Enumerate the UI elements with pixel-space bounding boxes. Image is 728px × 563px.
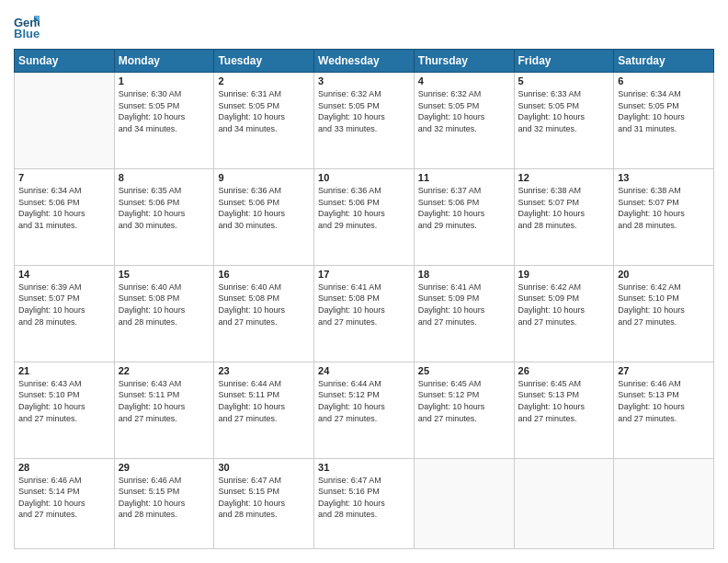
day-cell: 10Sunrise: 6:36 AM Sunset: 5:06 PM Dayli…: [314, 168, 415, 265]
day-number: 25: [418, 365, 510, 376]
day-number: 24: [318, 365, 410, 376]
header-row: SundayMondayTuesdayWednesdayThursdayFrid…: [15, 50, 714, 73]
day-number: 3: [318, 75, 410, 86]
day-cell: 18Sunrise: 6:41 AM Sunset: 5:09 PM Dayli…: [414, 265, 514, 362]
day-cell: 28Sunrise: 6:46 AM Sunset: 5:14 PM Dayli…: [15, 458, 115, 548]
day-header-monday: Monday: [114, 50, 214, 73]
day-info: Sunrise: 6:46 AM Sunset: 5:13 PM Dayligh…: [618, 378, 710, 424]
day-cell: 31Sunrise: 6:47 AM Sunset: 5:16 PM Dayli…: [314, 458, 415, 548]
day-info: Sunrise: 6:43 AM Sunset: 5:11 PM Dayligh…: [119, 378, 210, 424]
day-number: 30: [218, 462, 310, 473]
day-cell: 3Sunrise: 6:32 AM Sunset: 5:05 PM Daylig…: [314, 73, 415, 169]
day-cell: 25Sunrise: 6:45 AM Sunset: 5:12 PM Dayli…: [414, 362, 514, 458]
day-info: Sunrise: 6:44 AM Sunset: 5:11 PM Dayligh…: [218, 378, 310, 424]
logo: General Blue: [14, 14, 43, 40]
day-cell: 16Sunrise: 6:40 AM Sunset: 5:08 PM Dayli…: [214, 265, 314, 362]
day-number: 8: [119, 172, 210, 183]
day-number: 16: [218, 269, 310, 280]
day-info: Sunrise: 6:38 AM Sunset: 5:07 PM Dayligh…: [518, 185, 610, 231]
day-number: 19: [518, 269, 610, 280]
logo-icon: General Blue: [14, 14, 40, 40]
day-info: Sunrise: 6:32 AM Sunset: 5:05 PM Dayligh…: [418, 88, 510, 134]
day-info: Sunrise: 6:46 AM Sunset: 5:15 PM Dayligh…: [119, 475, 210, 521]
day-cell: 21Sunrise: 6:43 AM Sunset: 5:10 PM Dayli…: [15, 362, 115, 458]
day-number: 1: [119, 75, 210, 86]
day-header-thursday: Thursday: [414, 50, 514, 73]
day-header-friday: Friday: [514, 50, 614, 73]
day-cell: 6Sunrise: 6:34 AM Sunset: 5:05 PM Daylig…: [614, 73, 714, 169]
day-number: 29: [119, 462, 210, 473]
day-info: Sunrise: 6:47 AM Sunset: 5:16 PM Dayligh…: [318, 475, 410, 521]
day-number: 27: [618, 365, 710, 376]
day-cell: 8Sunrise: 6:35 AM Sunset: 5:06 PM Daylig…: [114, 168, 214, 265]
day-cell: 2Sunrise: 6:31 AM Sunset: 5:05 PM Daylig…: [214, 73, 314, 169]
day-info: Sunrise: 6:41 AM Sunset: 5:09 PM Dayligh…: [418, 282, 510, 327]
day-number: 4: [418, 75, 510, 86]
day-number: 9: [218, 172, 310, 183]
day-number: 26: [518, 365, 610, 376]
day-header-tuesday: Tuesday: [214, 50, 314, 73]
day-cell: 1Sunrise: 6:30 AM Sunset: 5:05 PM Daylig…: [114, 73, 214, 169]
day-info: Sunrise: 6:32 AM Sunset: 5:05 PM Dayligh…: [318, 88, 410, 134]
day-number: 6: [618, 75, 710, 86]
day-cell: [614, 458, 714, 548]
day-info: Sunrise: 6:30 AM Sunset: 5:05 PM Dayligh…: [119, 88, 210, 134]
header: General Blue: [14, 14, 714, 40]
day-info: Sunrise: 6:45 AM Sunset: 5:13 PM Dayligh…: [518, 378, 610, 424]
day-info: Sunrise: 6:35 AM Sunset: 5:06 PM Dayligh…: [119, 185, 210, 231]
day-cell: 30Sunrise: 6:47 AM Sunset: 5:15 PM Dayli…: [214, 458, 314, 548]
day-cell: 14Sunrise: 6:39 AM Sunset: 5:07 PM Dayli…: [15, 265, 115, 362]
day-info: Sunrise: 6:33 AM Sunset: 5:05 PM Dayligh…: [518, 88, 610, 134]
day-number: 28: [18, 462, 110, 473]
day-info: Sunrise: 6:44 AM Sunset: 5:12 PM Dayligh…: [318, 378, 410, 424]
day-cell: 12Sunrise: 6:38 AM Sunset: 5:07 PM Dayli…: [514, 168, 614, 265]
day-number: 11: [418, 172, 510, 183]
week-row-2: 7Sunrise: 6:34 AM Sunset: 5:06 PM Daylig…: [15, 168, 714, 265]
day-cell: 11Sunrise: 6:37 AM Sunset: 5:06 PM Dayli…: [414, 168, 514, 265]
day-header-wednesday: Wednesday: [314, 50, 415, 73]
day-number: 22: [119, 365, 210, 376]
day-number: 31: [318, 462, 410, 473]
day-info: Sunrise: 6:46 AM Sunset: 5:14 PM Dayligh…: [18, 475, 110, 521]
day-cell: 22Sunrise: 6:43 AM Sunset: 5:11 PM Dayli…: [114, 362, 214, 458]
day-cell: 4Sunrise: 6:32 AM Sunset: 5:05 PM Daylig…: [414, 73, 514, 169]
day-number: 10: [318, 172, 410, 183]
day-number: 7: [18, 172, 110, 183]
day-cell: 26Sunrise: 6:45 AM Sunset: 5:13 PM Dayli…: [514, 362, 614, 458]
day-number: 15: [119, 269, 210, 280]
day-cell: [414, 458, 514, 548]
day-header-saturday: Saturday: [614, 50, 714, 73]
day-cell: 20Sunrise: 6:42 AM Sunset: 5:10 PM Dayli…: [614, 265, 714, 362]
day-cell: 13Sunrise: 6:38 AM Sunset: 5:07 PM Dayli…: [614, 168, 714, 265]
day-number: 21: [18, 365, 110, 376]
day-cell: [514, 458, 614, 548]
day-cell: 5Sunrise: 6:33 AM Sunset: 5:05 PM Daylig…: [514, 73, 614, 169]
day-info: Sunrise: 6:38 AM Sunset: 5:07 PM Dayligh…: [618, 185, 710, 231]
week-row-4: 21Sunrise: 6:43 AM Sunset: 5:10 PM Dayli…: [15, 362, 714, 458]
day-info: Sunrise: 6:47 AM Sunset: 5:15 PM Dayligh…: [218, 475, 310, 521]
day-cell: 15Sunrise: 6:40 AM Sunset: 5:08 PM Dayli…: [114, 265, 214, 362]
day-info: Sunrise: 6:36 AM Sunset: 5:06 PM Dayligh…: [318, 185, 410, 231]
page: General Blue SundayMondayTuesdayWednesda…: [0, 0, 728, 563]
day-info: Sunrise: 6:36 AM Sunset: 5:06 PM Dayligh…: [218, 185, 310, 231]
day-number: 23: [218, 365, 310, 376]
day-info: Sunrise: 6:31 AM Sunset: 5:05 PM Dayligh…: [218, 88, 310, 134]
day-info: Sunrise: 6:39 AM Sunset: 5:07 PM Dayligh…: [18, 282, 110, 327]
svg-text:Blue: Blue: [14, 27, 40, 40]
day-info: Sunrise: 6:34 AM Sunset: 5:05 PM Dayligh…: [618, 88, 710, 134]
day-header-sunday: Sunday: [15, 50, 115, 73]
day-cell: 23Sunrise: 6:44 AM Sunset: 5:11 PM Dayli…: [214, 362, 314, 458]
day-number: 14: [18, 269, 110, 280]
day-number: 12: [518, 172, 610, 183]
calendar-table: SundayMondayTuesdayWednesdayThursdayFrid…: [14, 49, 714, 549]
day-info: Sunrise: 6:45 AM Sunset: 5:12 PM Dayligh…: [418, 378, 510, 424]
day-number: 2: [218, 75, 310, 86]
day-number: 5: [518, 75, 610, 86]
day-info: Sunrise: 6:41 AM Sunset: 5:08 PM Dayligh…: [318, 282, 410, 327]
week-row-5: 28Sunrise: 6:46 AM Sunset: 5:14 PM Dayli…: [15, 458, 714, 548]
day-info: Sunrise: 6:43 AM Sunset: 5:10 PM Dayligh…: [18, 378, 110, 424]
day-cell: 27Sunrise: 6:46 AM Sunset: 5:13 PM Dayli…: [614, 362, 714, 458]
day-number: 13: [618, 172, 710, 183]
day-cell: 29Sunrise: 6:46 AM Sunset: 5:15 PM Dayli…: [114, 458, 214, 548]
day-number: 18: [418, 269, 510, 280]
